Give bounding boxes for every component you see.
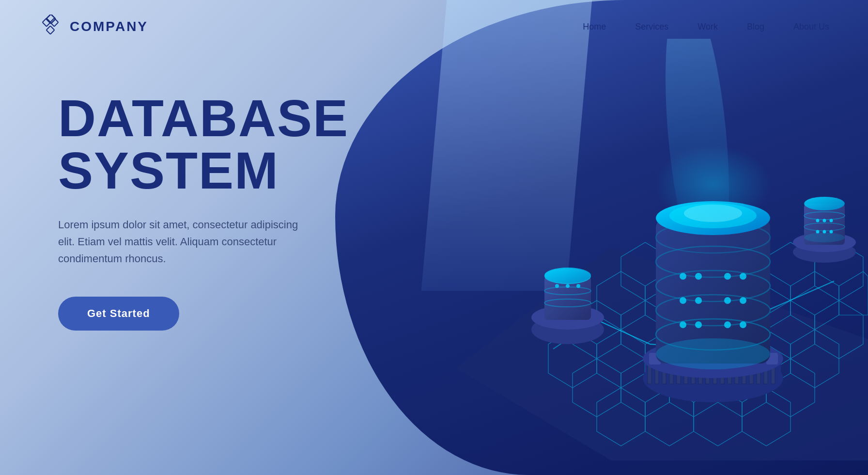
logo-text: COMPANY	[70, 19, 148, 34]
nav-blog[interactable]: Blog	[747, 22, 764, 32]
svg-rect-2	[50, 18, 59, 27]
nav: Home Services Work Blog About Us	[583, 22, 829, 32]
nav-home[interactable]: Home	[583, 22, 606, 32]
hero-title-line1: DATABASE	[58, 89, 349, 147]
svg-point-77	[656, 338, 770, 369]
hero-description: Lorem ipsum dolor sit amet, consectetur …	[58, 216, 310, 268]
hero-section: DATABASE SYSTEM Lorem ipsum dolor sit am…	[0, 53, 868, 331]
nav-about[interactable]: About Us	[793, 22, 829, 32]
hero-title: DATABASE SYSTEM	[58, 92, 868, 197]
nav-services[interactable]: Services	[635, 22, 668, 32]
header: COMPANY Home Services Work Blog About Us	[0, 0, 868, 53]
hero-title-line2: SYSTEM	[58, 141, 279, 200]
svg-rect-3	[46, 26, 55, 34]
nav-work[interactable]: Work	[698, 22, 718, 32]
logo: COMPANY	[39, 15, 148, 39]
logo-icon	[39, 15, 63, 39]
get-started-button[interactable]: Get Started	[58, 297, 179, 331]
